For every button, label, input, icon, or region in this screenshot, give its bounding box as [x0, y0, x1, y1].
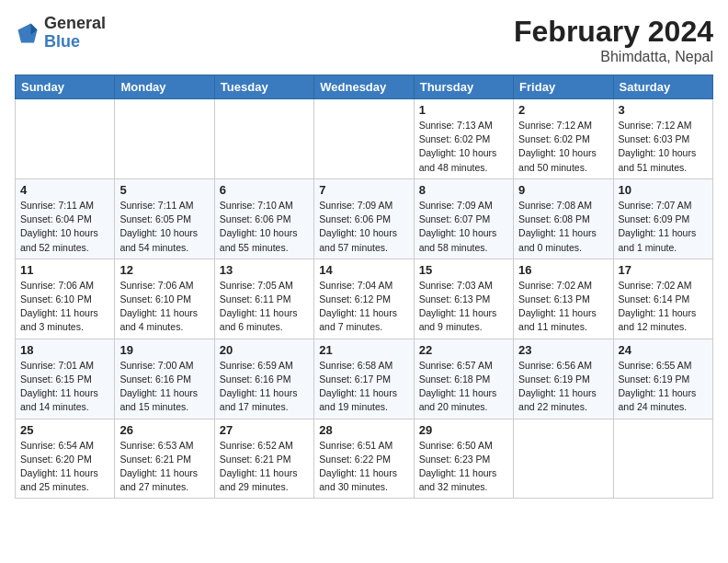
day-info: Sunrise: 6:59 AM Sunset: 6:16 PM Dayligh…	[220, 359, 309, 415]
logo-text: General Blue	[44, 15, 106, 52]
day-number: 29	[419, 423, 508, 437]
day-info: Sunrise: 7:12 AM Sunset: 6:03 PM Dayligh…	[619, 119, 708, 175]
day-info: Sunrise: 7:11 AM Sunset: 6:04 PM Dayligh…	[20, 199, 109, 255]
title-block: February 2024 Bhimdatta, Nepal	[514, 15, 713, 65]
day-number: 12	[119, 263, 209, 277]
page-header: General Blue February 2024 Bhimdatta, Ne…	[15, 15, 713, 65]
day-info: Sunrise: 7:02 AM Sunset: 6:14 PM Dayligh…	[619, 279, 708, 335]
day-number: 10	[619, 183, 708, 197]
day-number: 23	[518, 343, 608, 357]
day-number: 26	[119, 423, 209, 437]
calendar-subtitle: Bhimdatta, Nepal	[514, 49, 713, 65]
logo-line1: General	[44, 15, 106, 33]
day-info: Sunrise: 6:58 AM Sunset: 6:17 PM Dayligh…	[319, 359, 408, 415]
calendar-cell: 2Sunrise: 7:12 AM Sunset: 6:02 PM Daylig…	[514, 99, 613, 179]
day-header-friday: Friday	[514, 75, 613, 99]
day-info: Sunrise: 7:02 AM Sunset: 6:13 PM Dayligh…	[518, 279, 608, 335]
day-number: 9	[518, 183, 608, 197]
day-info: Sunrise: 6:55 AM Sunset: 6:19 PM Dayligh…	[619, 359, 708, 415]
day-info: Sunrise: 6:57 AM Sunset: 6:18 PM Dayligh…	[419, 359, 508, 415]
calendar-week-2: 11Sunrise: 7:06 AM Sunset: 6:10 PM Dayli…	[16, 259, 713, 339]
day-info: Sunrise: 6:53 AM Sunset: 6:21 PM Dayligh…	[119, 439, 209, 495]
calendar-cell	[214, 99, 313, 179]
day-number: 21	[319, 343, 408, 357]
calendar-cell: 26Sunrise: 6:53 AM Sunset: 6:21 PM Dayli…	[115, 419, 214, 499]
day-number: 15	[419, 263, 508, 277]
calendar-cell: 11Sunrise: 7:06 AM Sunset: 6:10 PM Dayli…	[16, 259, 115, 339]
day-number: 1	[419, 103, 508, 117]
logo: General Blue	[15, 15, 106, 52]
day-number: 13	[220, 263, 309, 277]
calendar-cell: 22Sunrise: 6:57 AM Sunset: 6:18 PM Dayli…	[414, 339, 513, 419]
calendar-cell: 27Sunrise: 6:52 AM Sunset: 6:21 PM Dayli…	[214, 419, 313, 499]
day-header-sunday: Sunday	[16, 75, 115, 99]
svg-marker-0	[18, 23, 38, 42]
calendar-week-1: 4Sunrise: 7:11 AM Sunset: 6:04 PM Daylig…	[16, 178, 713, 259]
calendar-cell: 17Sunrise: 7:02 AM Sunset: 6:14 PM Dayli…	[613, 259, 712, 339]
calendar-week-0: 1Sunrise: 7:13 AM Sunset: 6:02 PM Daylig…	[16, 99, 713, 179]
calendar-cell: 29Sunrise: 6:50 AM Sunset: 6:23 PM Dayli…	[414, 419, 513, 499]
calendar-cell: 20Sunrise: 6:59 AM Sunset: 6:16 PM Dayli…	[214, 339, 313, 419]
calendar-cell	[514, 419, 613, 499]
calendar-cell: 19Sunrise: 7:00 AM Sunset: 6:16 PM Dayli…	[115, 339, 214, 419]
calendar-cell: 24Sunrise: 6:55 AM Sunset: 6:19 PM Dayli…	[613, 339, 712, 419]
day-number: 22	[419, 343, 508, 357]
calendar-cell: 10Sunrise: 7:07 AM Sunset: 6:09 PM Dayli…	[613, 178, 712, 259]
day-number: 27	[220, 423, 309, 437]
day-number: 5	[119, 183, 209, 197]
calendar-cell: 5Sunrise: 7:11 AM Sunset: 6:05 PM Daylig…	[115, 178, 214, 259]
calendar-cell: 25Sunrise: 6:54 AM Sunset: 6:20 PM Dayli…	[16, 419, 115, 499]
calendar-cell	[613, 419, 712, 499]
day-info: Sunrise: 7:01 AM Sunset: 6:15 PM Dayligh…	[20, 359, 109, 415]
day-number: 8	[419, 183, 508, 197]
day-number: 3	[619, 103, 708, 117]
day-info: Sunrise: 6:54 AM Sunset: 6:20 PM Dayligh…	[20, 439, 109, 495]
calendar-cell: 3Sunrise: 7:12 AM Sunset: 6:03 PM Daylig…	[613, 99, 712, 179]
calendar-title: February 2024	[514, 15, 713, 49]
day-info: Sunrise: 6:56 AM Sunset: 6:19 PM Dayligh…	[518, 359, 608, 415]
day-info: Sunrise: 7:09 AM Sunset: 6:06 PM Dayligh…	[319, 199, 408, 255]
day-number: 14	[319, 263, 408, 277]
day-info: Sunrise: 6:52 AM Sunset: 6:21 PM Dayligh…	[220, 439, 309, 495]
day-info: Sunrise: 7:08 AM Sunset: 6:08 PM Dayligh…	[518, 199, 608, 255]
day-header-tuesday: Tuesday	[214, 75, 313, 99]
day-info: Sunrise: 7:05 AM Sunset: 6:11 PM Dayligh…	[220, 279, 309, 335]
calendar-cell	[16, 99, 115, 179]
day-number: 4	[20, 183, 109, 197]
day-info: Sunrise: 7:12 AM Sunset: 6:02 PM Dayligh…	[518, 119, 608, 175]
day-number: 11	[20, 263, 109, 277]
calendar-cell: 9Sunrise: 7:08 AM Sunset: 6:08 PM Daylig…	[514, 178, 613, 259]
day-number: 20	[220, 343, 309, 357]
calendar-cell: 8Sunrise: 7:09 AM Sunset: 6:07 PM Daylig…	[414, 178, 513, 259]
day-number: 17	[619, 263, 708, 277]
day-info: Sunrise: 7:06 AM Sunset: 6:10 PM Dayligh…	[119, 279, 209, 335]
calendar-week-4: 25Sunrise: 6:54 AM Sunset: 6:20 PM Dayli…	[16, 419, 713, 499]
day-header-thursday: Thursday	[414, 75, 513, 99]
calendar-cell: 28Sunrise: 6:51 AM Sunset: 6:22 PM Dayli…	[314, 419, 414, 499]
calendar-table: SundayMondayTuesdayWednesdayThursdayFrid…	[15, 75, 713, 499]
calendar-cell: 15Sunrise: 7:03 AM Sunset: 6:13 PM Dayli…	[414, 259, 513, 339]
calendar-cell	[314, 99, 414, 179]
day-number: 6	[220, 183, 309, 197]
calendar-cell: 18Sunrise: 7:01 AM Sunset: 6:15 PM Dayli…	[16, 339, 115, 419]
day-info: Sunrise: 7:07 AM Sunset: 6:09 PM Dayligh…	[619, 199, 708, 255]
day-number: 7	[319, 183, 408, 197]
calendar-cell: 21Sunrise: 6:58 AM Sunset: 6:17 PM Dayli…	[314, 339, 414, 419]
day-info: Sunrise: 7:09 AM Sunset: 6:07 PM Dayligh…	[419, 199, 508, 255]
day-header-monday: Monday	[115, 75, 214, 99]
day-number: 25	[20, 423, 109, 437]
calendar-cell: 7Sunrise: 7:09 AM Sunset: 6:06 PM Daylig…	[314, 178, 414, 259]
logo-icon	[15, 20, 40, 46]
day-info: Sunrise: 7:10 AM Sunset: 6:06 PM Dayligh…	[220, 199, 309, 255]
day-header-wednesday: Wednesday	[314, 75, 414, 99]
calendar-week-3: 18Sunrise: 7:01 AM Sunset: 6:15 PM Dayli…	[16, 339, 713, 419]
calendar-cell: 23Sunrise: 6:56 AM Sunset: 6:19 PM Dayli…	[514, 339, 613, 419]
calendar-cell: 14Sunrise: 7:04 AM Sunset: 6:12 PM Dayli…	[314, 259, 414, 339]
calendar-cell: 12Sunrise: 7:06 AM Sunset: 6:10 PM Dayli…	[115, 259, 214, 339]
calendar-cell: 1Sunrise: 7:13 AM Sunset: 6:02 PM Daylig…	[414, 99, 513, 179]
day-header-saturday: Saturday	[613, 75, 712, 99]
day-number: 18	[20, 343, 109, 357]
day-info: Sunrise: 7:00 AM Sunset: 6:16 PM Dayligh…	[119, 359, 209, 415]
day-info: Sunrise: 7:11 AM Sunset: 6:05 PM Dayligh…	[119, 199, 209, 255]
day-info: Sunrise: 6:50 AM Sunset: 6:23 PM Dayligh…	[419, 439, 508, 495]
